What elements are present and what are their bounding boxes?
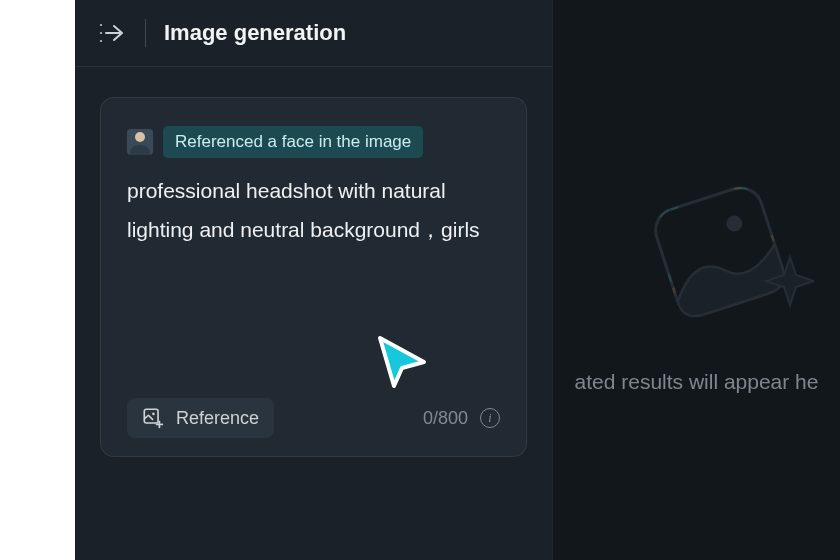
reference-button[interactable]: Reference bbox=[127, 398, 274, 438]
empty-state-text: ated results will appear he bbox=[553, 370, 840, 394]
info-icon[interactable]: i bbox=[480, 408, 500, 428]
reference-badge-row: Referenced a face in the image bbox=[127, 126, 500, 158]
prompt-card-footer: Reference 0/800 i bbox=[127, 384, 500, 438]
sidebar-panel: Image generation Referenced a face in th… bbox=[75, 0, 553, 560]
left-margin-blank bbox=[0, 0, 75, 560]
char-counter-group: 0/800 i bbox=[423, 408, 500, 429]
page-title: Image generation bbox=[164, 20, 346, 46]
app-root: Image generation Referenced a face in th… bbox=[0, 0, 840, 560]
panel-header: Image generation bbox=[75, 0, 552, 67]
prompt-card[interactable]: Referenced a face in the image professio… bbox=[100, 97, 527, 457]
header-divider bbox=[145, 19, 146, 47]
panel-body: Referenced a face in the image professio… bbox=[75, 67, 552, 560]
prompt-text[interactable]: professional headshot with natural light… bbox=[127, 172, 500, 250]
svg-point-11 bbox=[724, 213, 744, 233]
image-sparkle-icon bbox=[634, 170, 814, 330]
results-area: ated results will appear he bbox=[553, 0, 840, 560]
cursor-icon bbox=[370, 330, 434, 394]
char-counter: 0/800 bbox=[423, 408, 468, 429]
svg-point-5 bbox=[152, 413, 155, 416]
reference-button-label: Reference bbox=[176, 408, 259, 429]
reference-badge: Referenced a face in the image bbox=[163, 126, 423, 158]
reference-thumbnail[interactable] bbox=[127, 129, 153, 155]
image-add-icon bbox=[142, 407, 164, 429]
collapse-panel-icon[interactable] bbox=[97, 18, 127, 48]
